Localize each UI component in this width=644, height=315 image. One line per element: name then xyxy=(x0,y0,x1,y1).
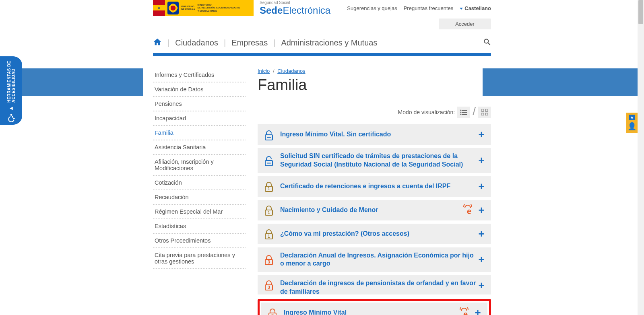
breadcrumb-inicio[interactable]: Inicio xyxy=(258,68,270,74)
svg-point-3 xyxy=(460,110,462,111)
expand-button[interactable]: + xyxy=(477,204,485,216)
sidebar-item[interactable]: Cotización xyxy=(153,176,246,190)
login-button[interactable]: Acceder xyxy=(439,19,491,29)
svg-text:e: e xyxy=(463,310,468,315)
lock-icon: 3 xyxy=(267,307,278,315)
nav-administraciones[interactable]: Administraciones y Mutuas xyxy=(281,38,377,47)
procedure-title: Declaración Anual de Ingresos. Asignació… xyxy=(280,251,477,268)
divider-bar xyxy=(153,53,491,56)
expand-button[interactable]: + xyxy=(477,128,485,141)
procedure-item[interactable]: 1¿Cómo va mi prestación? (Otros accesos)… xyxy=(258,224,491,244)
expand-button[interactable]: + xyxy=(477,228,485,240)
site-subtitle: Seguridad Social xyxy=(260,0,330,5)
procedure-item[interactable]: 3Declaración Anual de Ingresos. Asignaci… xyxy=(258,247,491,272)
lock-icon: 3 xyxy=(263,279,275,290)
site-logo[interactable]: Seguridad Social SedeElectrónica xyxy=(260,0,330,16)
svg-rect-8 xyxy=(462,114,467,115)
expand-button[interactable]: + xyxy=(474,307,482,315)
procedure-item[interactable]: 1Nacimiento y Cuidado de Menor e + xyxy=(258,200,491,220)
search-icon[interactable] xyxy=(483,38,491,47)
svg-text:3: 3 xyxy=(268,260,270,264)
scrollbar[interactable] xyxy=(638,0,644,315)
scrollbar-thumb[interactable] xyxy=(638,0,643,24)
sidebar-item[interactable]: Incapacidad xyxy=(153,111,246,126)
view-mode: Modo de visualización: / xyxy=(258,106,491,119)
home-icon[interactable] xyxy=(153,37,162,48)
procedure-title: Declaración de ingresos de pensionistas … xyxy=(280,279,477,294)
main-nav: | Ciudadanos | Empresas | Administracion… xyxy=(153,34,491,51)
registro-badge-icon: e xyxy=(458,307,470,315)
wheelchair-icon xyxy=(6,113,17,125)
svg-rect-12 xyxy=(485,113,488,115)
svg-point-1 xyxy=(484,39,488,43)
procedure-item[interactable]: Solicitud SIN certificado de trámites de… xyxy=(258,148,491,173)
svg-point-0 xyxy=(10,114,12,116)
chevron-left-icon: ◀ xyxy=(10,106,13,110)
procedure-item[interactable]: 1Certificado de retenciones e ingresos a… xyxy=(258,176,491,197)
lock-icon: 1 xyxy=(263,204,275,216)
view-list-button[interactable] xyxy=(457,107,470,118)
coat-of-arms-icon xyxy=(167,2,179,14)
svg-rect-9 xyxy=(481,109,484,111)
lock-icon: 3 xyxy=(263,254,275,265)
procedure-title: Certificado de retenciones e ingresos a … xyxy=(280,182,477,191)
registro-badge-icon: e xyxy=(461,204,473,216)
svg-point-5 xyxy=(460,112,462,113)
sidebar-item[interactable]: Variación de Datos xyxy=(153,82,246,97)
sidebar-item[interactable]: Pensiones xyxy=(153,97,246,111)
expand-button[interactable]: + xyxy=(477,253,485,266)
sidebar-item[interactable]: Familia xyxy=(153,126,246,140)
site-title: SedeElectrónica xyxy=(260,5,330,16)
procedure-title: Ingreso Mínimo Vital xyxy=(284,309,458,315)
government-logo: GOBIERNO DE ESPAÑA MINISTERIO DE INCLUSI… xyxy=(153,0,254,16)
procedure-list: Ingreso Mínimo Vital. Sin certificado+So… xyxy=(258,124,491,315)
svg-text:1: 1 xyxy=(268,210,270,215)
lock-icon: 1 xyxy=(263,228,275,239)
highlighted-procedure: 3Ingreso Mínimo Vital e + xyxy=(258,299,491,315)
svg-text:1: 1 xyxy=(268,187,270,191)
star-icon: ★ xyxy=(629,115,635,120)
svg-rect-11 xyxy=(481,113,484,115)
header: GOBIERNO DE ESPAÑA MINISTERIO DE INCLUSI… xyxy=(153,0,491,16)
sidebar-item[interactable]: Afiliación, Inscripción y Modificaciones xyxy=(153,155,246,176)
page-title: Familia xyxy=(258,76,491,94)
sidebar-item[interactable]: Asistencia Sanitaria xyxy=(153,140,246,155)
svg-text:e: e xyxy=(467,207,471,216)
main-content: Inicio / Ciudadanos Familia Modo de visu… xyxy=(258,68,491,315)
view-mode-label: Modo de visualización: xyxy=(398,109,455,115)
suggestions-link[interactable]: Sugerencias y quejas xyxy=(347,5,397,11)
sidebar-item[interactable]: Informes y Certificados xyxy=(153,68,246,82)
nav-empresas[interactable]: Empresas xyxy=(231,38,268,47)
svg-text:1: 1 xyxy=(268,234,270,239)
sidebar-item[interactable]: Estadísticas xyxy=(153,219,246,234)
sidebar-item[interactable]: Recaudación xyxy=(153,190,246,205)
svg-point-7 xyxy=(460,114,462,115)
lock-icon xyxy=(263,129,275,140)
expand-button[interactable]: + xyxy=(477,180,485,193)
sidebar-item[interactable]: Otros Procedimientos xyxy=(153,234,246,248)
procedure-item[interactable]: Ingreso Mínimo Vital. Sin certificado+ xyxy=(258,124,491,145)
decorative-blue-right xyxy=(483,68,638,96)
lock-icon: 1 xyxy=(263,181,275,192)
procedure-title: Nacimiento y Cuidado de Menor xyxy=(280,206,461,214)
ministry-text: MINISTERIO DE INCLUSIÓN, SEGURIDAD SOCIA… xyxy=(198,4,241,12)
procedure-item[interactable]: 3Ingreso Mínimo Vital e + xyxy=(261,303,487,315)
top-links: Sugerencias y quejas Preguntas frecuente… xyxy=(347,5,491,11)
svg-rect-4 xyxy=(462,110,467,111)
view-grid-button[interactable] xyxy=(478,107,491,118)
svg-line-2 xyxy=(488,43,490,45)
gov-text: GOBIERNO DE ESPAÑA xyxy=(181,5,195,11)
faq-link[interactable]: Preguntas frecuentes xyxy=(404,5,454,11)
procedure-item[interactable]: 3Declaración de ingresos de pensionistas… xyxy=(258,275,491,294)
feedback-widget[interactable]: ★ 👤 xyxy=(626,113,638,133)
sidebar-item[interactable]: Régimen Especial del Mar xyxy=(153,205,246,219)
procedure-title: ¿Cómo va mi prestación? (Otros accesos) xyxy=(280,230,477,238)
procedure-title: Ingreso Mínimo Vital. Sin certificado xyxy=(280,130,477,139)
expand-button[interactable]: + xyxy=(477,279,485,292)
sidebar-item[interactable]: Cita previa para prestaciones y otras ge… xyxy=(153,248,246,269)
breadcrumb-ciudadanos[interactable]: Ciudadanos xyxy=(277,68,305,74)
language-selector[interactable]: Castellano xyxy=(460,5,491,11)
nav-ciudadanos[interactable]: Ciudadanos xyxy=(175,38,218,47)
expand-button[interactable]: + xyxy=(477,154,485,167)
accessibility-widget[interactable]: HERRAMIENTAS DE ACCESIBILIDAD ◀ xyxy=(0,56,22,125)
